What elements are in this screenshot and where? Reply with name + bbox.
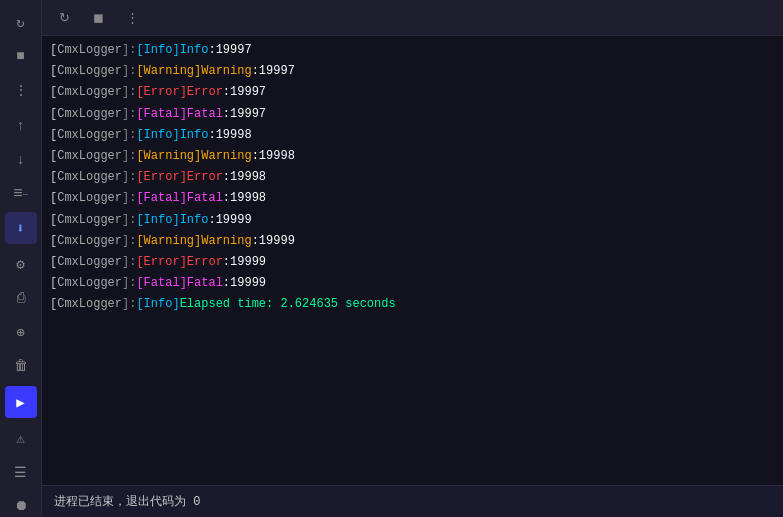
log-sep: ]: [122,41,136,60]
log-number: :19997 [208,41,251,60]
log-number: :19997 [223,105,266,124]
log-source: CmxLogger [57,211,122,230]
log-sep: ]: [122,232,136,251]
status-bar: 进程已结束，退出代码为 0 [42,485,783,517]
log-sep: ]: [122,62,136,81]
log-bracket-open: [ [50,105,57,124]
log-level: [Warning] [136,62,201,81]
delete-icon[interactable]: 🗑 [5,350,37,382]
log-message: Info [180,41,209,60]
log-bracket-open: [ [50,83,57,102]
log-number: :19999 [223,253,266,272]
log-number: :19998 [208,126,251,145]
log-source: CmxLogger [57,168,122,187]
log-source: CmxLogger [57,189,122,208]
log-bracket-open: [ [50,41,57,60]
log-bracket-open: [ [50,62,57,81]
up-icon[interactable]: ↑ [5,110,37,142]
log-sep: ]: [122,274,136,293]
refresh-icon[interactable]: ↻ [5,6,37,38]
log-level: [Warning] [136,232,201,251]
log-source: CmxLogger [57,232,122,251]
log-bracket-open: [ [50,274,57,293]
down-icon[interactable]: ↓ [5,144,37,176]
filter-active-icon[interactable]: ⬇ [5,212,37,244]
log-message: Fatal [187,274,223,293]
toolbar-more-button[interactable]: ⋮ [118,4,146,32]
log-source: CmxLogger [57,295,122,314]
log-sep: ]: [122,253,136,272]
log-sep: ]: [122,105,136,124]
log-bracket-open: [ [50,232,57,251]
log-line: [ CmxLogger ]:[Warning] Warning :19999 [42,231,783,252]
log-line: [ CmxLogger ]:[Warning] Warning :19998 [42,146,783,167]
log-source: CmxLogger [57,274,122,293]
log-line: [ CmxLogger ]:[Fatal] Fatal :19999 [42,273,783,294]
filter-lines-icon[interactable]: ≡─ [5,178,37,210]
list-icon[interactable]: ☰ [5,456,37,488]
main-area: ↻ ◼ ⋮ [ CmxLogger ]:[Info] Info :19997[ … [42,0,783,517]
log-sep: ]: [122,211,136,230]
log-number: :19998 [223,189,266,208]
log-level: [Info] [136,295,179,314]
log-level: [Fatal] [136,274,186,293]
log-number: :19997 [252,62,295,81]
more-icon[interactable]: ⋮ [5,74,37,106]
log-line: [ CmxLogger ]:[Info] Elapsed time: 2.624… [42,294,783,315]
warning-icon[interactable]: ⚠ [5,422,37,454]
log-line: [ CmxLogger ]:[Warning] Warning :19997 [42,61,783,82]
log-level: [Info] [136,211,179,230]
print-icon[interactable]: ⎙ [5,282,37,314]
log-source: CmxLogger [57,41,122,60]
log-message: Error [187,253,223,272]
log-number: :19997 [223,83,266,102]
log-source: CmxLogger [57,83,122,102]
toolbar-refresh-button[interactable]: ↻ [50,4,78,32]
log-number: :19998 [223,168,266,187]
log-sep: ]: [122,168,136,187]
log-level: [Error] [136,83,186,102]
log-bracket-open: [ [50,253,57,272]
toolbar-stop-button[interactable]: ◼ [84,4,112,32]
log-container[interactable]: [ CmxLogger ]:[Info] Info :19997[ CmxLog… [42,36,783,485]
toolbar: ↻ ◼ ⋮ [42,0,783,36]
settings-icon[interactable]: ⚙ [5,248,37,280]
log-bracket-open: [ [50,295,57,314]
log-message: Warning [201,147,251,166]
log-sep: ]: [122,295,136,314]
sidebar: ↻ ■ ⋮ ↑ ↓ ≡─ ⬇ ⚙ ⎙ ⊕ 🗑 ▶ ⚠ ☰ ⏺ ⌨ 🔔 [0,0,42,517]
log-bracket-open: [ [50,211,57,230]
log-line: [ CmxLogger ]:[Error] Error :19997 [42,82,783,103]
log-message: Error [187,168,223,187]
log-number: :19999 [252,232,295,251]
log-level: [Fatal] [136,105,186,124]
log-level: [Info] [136,41,179,60]
log-line: [ CmxLogger ]:[Info] Info :19999 [42,210,783,231]
log-number: :19999 [223,274,266,293]
log-message: Warning [201,62,251,81]
log-bracket-open: [ [50,126,57,145]
log-message: Elapsed time: 2.624635 seconds [180,295,396,314]
plugin-icon[interactable]: ⊕ [5,316,37,348]
log-level: [Error] [136,168,186,187]
log-sep: ]: [122,126,136,145]
run-icon[interactable]: ▶ [5,386,37,418]
log-message: Error [187,83,223,102]
log-sep: ]: [122,83,136,102]
log-source: CmxLogger [57,105,122,124]
log-number: :19998 [252,147,295,166]
record-icon[interactable]: ⏺ [5,490,37,517]
stop-icon[interactable]: ■ [5,40,37,72]
log-source: CmxLogger [57,253,122,272]
log-line: [ CmxLogger ]:[Info] Info :19998 [42,125,783,146]
log-line: [ CmxLogger ]:[Info] Info :19997 [42,40,783,61]
log-message: Warning [201,232,251,251]
log-message: Fatal [187,105,223,124]
log-bracket-open: [ [50,168,57,187]
log-line: [ CmxLogger ]:[Fatal] Fatal :19998 [42,188,783,209]
log-source: CmxLogger [57,126,122,145]
log-level: [Error] [136,253,186,272]
log-sep: ]: [122,147,136,166]
log-line: [ CmxLogger ]:[Error] Error :19998 [42,167,783,188]
log-level: [Warning] [136,147,201,166]
